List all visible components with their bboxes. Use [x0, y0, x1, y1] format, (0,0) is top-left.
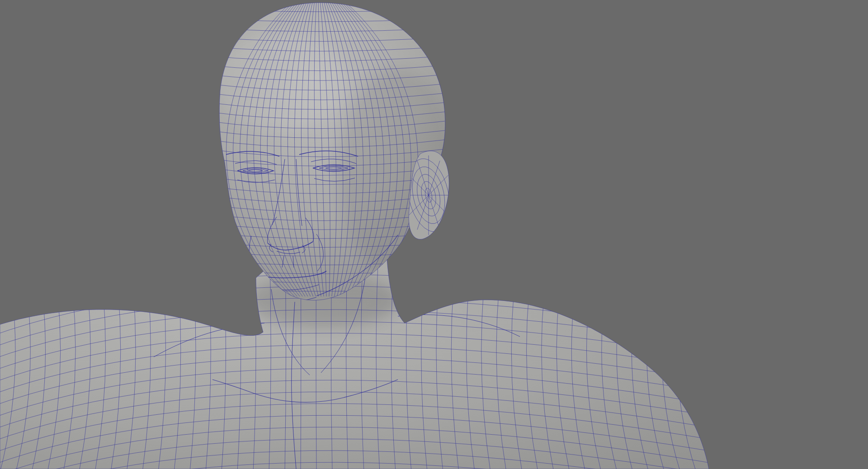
scene-canvas[interactable]	[0, 0, 868, 469]
viewport-3d[interactable]	[0, 0, 868, 469]
